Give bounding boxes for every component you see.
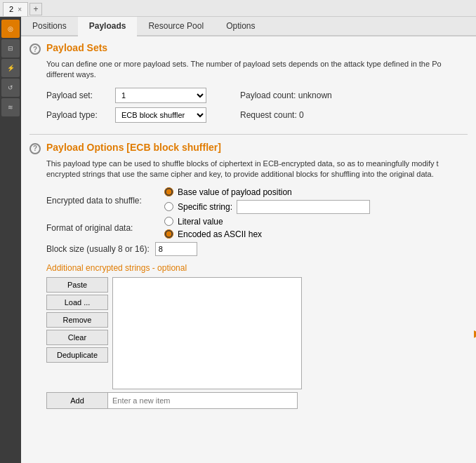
block-size-label: Block size (usually 8 or 16): — [46, 244, 150, 254]
specific-string-option[interactable]: Specific string: — [164, 200, 370, 214]
payload-sets-header: ? Payload Sets — [29, 42, 468, 55]
deduplicate-button[interactable]: Deduplicate — [46, 347, 108, 363]
sidebar-icon-repeater[interactable]: ↺ — [1, 79, 20, 97]
tab-close-icon[interactable]: × — [18, 6, 22, 13]
main-area: ◎ ⊟ ⚡ ↺ ≋ Positions Payloads Resource Po… — [0, 17, 476, 463]
base-value-option[interactable]: Base value of payload position — [164, 187, 370, 197]
block-size-row: Block size (usually 8 or 16): — [46, 242, 468, 256]
payload-type-select[interactable]: ECB block shuffler — [115, 107, 206, 123]
encoded-option[interactable]: Encoded as ASCII hex — [164, 229, 262, 239]
tab-payloads[interactable]: Payloads — [78, 17, 138, 36]
request-count-label: Request count: 0 — [240, 110, 304, 120]
payload-set-label: Payload set: — [46, 90, 110, 100]
add-row: Add — [46, 392, 468, 409]
block-size-input[interactable] — [155, 242, 197, 256]
format-options: Literal value Encoded as ASCII hex — [164, 217, 262, 239]
add-button[interactable]: Add — [46, 392, 108, 409]
action-buttons: Paste Load ... Remove Clear Deduplicate — [46, 277, 108, 389]
load-button[interactable]: Load ... — [46, 295, 108, 310]
specific-string-radio[interactable] — [164, 202, 173, 211]
nav-tabs: Positions Payloads Resource Pool Options — [21, 17, 476, 36]
literal-value-label: Literal value — [178, 217, 223, 227]
additional-strings-list[interactable] — [112, 277, 302, 389]
encoded-radio[interactable] — [164, 229, 173, 239]
payload-type-row: Payload type: ECB block shuffler Request… — [46, 107, 468, 123]
encrypted-data-options: Base value of payload position Specific … — [164, 187, 370, 214]
payload-options-section: ? Payload Options [ECB block shuffler] T… — [29, 142, 468, 409]
sidebar-icon-proxy[interactable]: ⊟ — [1, 39, 20, 58]
encrypted-data-label: Encrypted data to shuffle: — [46, 196, 159, 206]
payload-count-label: Payload count: unknown — [240, 90, 332, 100]
format-label: Format of original data: — [46, 223, 159, 233]
payload-type-label: Payload type: — [46, 110, 110, 120]
payload-set-row: Payload set: 1 Payload count: unknown — [46, 88, 468, 103]
encoded-label: Encoded as ASCII hex — [178, 229, 262, 239]
base-value-radio[interactable] — [164, 187, 173, 196]
sidebar-icon-sequencer[interactable]: ≋ — [1, 98, 20, 116]
remove-button[interactable]: Remove — [46, 312, 108, 328]
tab-add-button[interactable]: + — [29, 3, 42, 15]
specific-string-label: Specific string: — [178, 202, 232, 212]
sidebar-icon-target[interactable]: ◎ — [1, 20, 20, 38]
page-content: ? Payload Sets You can define one or mor… — [21, 36, 476, 463]
payload-sets-help-icon[interactable]: ? — [29, 43, 41, 55]
new-item-input[interactable] — [108, 392, 298, 409]
base-value-label: Base value of payload position — [178, 187, 292, 197]
specific-string-input[interactable] — [237, 200, 370, 214]
main-window: 2 × + ◎ ⊟ ⚡ ↺ ≋ Positions Payloads Resou… — [0, 0, 476, 463]
payload-options-title: Payload Options [ECB block shuffler] — [46, 142, 221, 153]
additional-area: Paste Load ... Remove Clear Deduplicate … — [46, 277, 468, 389]
payload-options-header: ? Payload Options [ECB block shuffler] — [29, 142, 468, 154]
format-row: Format of original data: Literal value E… — [46, 217, 468, 239]
content-area: Positions Payloads Resource Pool Options… — [21, 17, 476, 463]
payload-set-select[interactable]: 1 — [115, 88, 206, 103]
tab-bar: 2 × + — [0, 0, 476, 17]
encrypted-data-row: Encrypted data to shuffle: Base value of… — [46, 187, 468, 214]
window-tab-2[interactable]: 2 × — [3, 2, 28, 16]
payload-sets-desc: You can define one or more payload sets.… — [46, 59, 468, 81]
sidebar: ◎ ⊟ ⚡ ↺ ≋ — [0, 17, 21, 463]
payload-options-desc: This payload type can be used to shuffle… — [46, 159, 468, 180]
additional-label: Additional encrypted strings - optional — [46, 263, 468, 273]
literal-value-option[interactable]: Literal value — [164, 217, 262, 227]
tab-number: 2 — [9, 5, 13, 13]
literal-value-radio[interactable] — [164, 217, 173, 226]
section-divider — [29, 134, 468, 135]
paste-button[interactable]: Paste — [46, 277, 108, 293]
tab-resource-pool[interactable]: Resource Pool — [137, 17, 215, 36]
request-count-value: 0 — [299, 110, 304, 120]
sidebar-icon-intruder[interactable]: ⚡ — [1, 59, 20, 77]
payload-sets-title: Payload Sets — [46, 42, 107, 53]
tab-options[interactable]: Options — [215, 17, 266, 36]
payload-options-help-icon[interactable]: ? — [29, 143, 41, 154]
list-area: ▶ — [112, 277, 468, 389]
tab-positions[interactable]: Positions — [21, 17, 78, 36]
payload-count-value: unknown — [298, 90, 332, 100]
clear-button[interactable]: Clear — [46, 330, 108, 345]
payload-sets-section: ? Payload Sets You can define one or mor… — [29, 42, 468, 123]
